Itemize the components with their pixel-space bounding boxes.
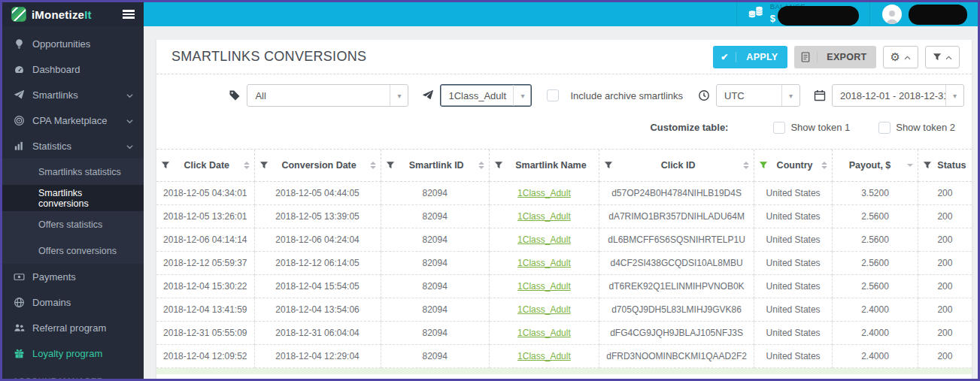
export-button-label: EXPORT — [818, 52, 875, 62]
sidebar-item-referral-program[interactable]: Referral program — [2, 315, 144, 340]
smartlink-select[interactable]: 1Class_Adult ▾ — [440, 84, 532, 107]
file-icon — [794, 52, 818, 62]
cell-smartlink-name: 1Class_Adult — [489, 251, 599, 274]
column-header-status[interactable]: Status — [918, 150, 972, 181]
sort-icon[interactable] — [821, 162, 827, 169]
sidebar-label: Referral program — [32, 322, 106, 334]
filter-funnel-icon[interactable] — [923, 161, 932, 170]
tags-select[interactable]: All ▾ — [247, 84, 408, 107]
filters-toggle-button[interactable] — [925, 46, 960, 68]
sidebar-item-cpa-marketplace[interactable]: CPA Marketplace — [2, 107, 144, 133]
sort-icon[interactable] — [370, 162, 376, 169]
show-token2-checkbox[interactable] — [878, 122, 890, 134]
cell-conversion-date: 2018-12-05 13:39:05 — [254, 204, 381, 228]
globe-icon — [13, 296, 25, 308]
sidebar-item-statistics[interactable]: Statistics — [2, 133, 144, 159]
chevron-down-icon — [126, 141, 133, 152]
chevron-down-icon: ▾ — [945, 85, 963, 106]
smartlink-link[interactable]: 1Class_Adult — [517, 328, 571, 338]
export-button[interactable]: EXPORT — [794, 46, 875, 68]
cell-payout: 2.5600 — [833, 274, 918, 298]
column-header-click-date[interactable]: Click Date — [156, 150, 254, 181]
sidebar-item-offers-conversions[interactable]: Offers conversions — [2, 237, 144, 264]
header-actions: ✔ APPLY EXPORT ⚙ — [713, 46, 960, 68]
filter-funnel-icon[interactable] — [161, 161, 170, 170]
column-header-conversion-date[interactable]: Conversion Date — [254, 150, 381, 181]
sidebar-item-domains[interactable]: Domains — [2, 289, 144, 315]
filter-funnel-icon[interactable] — [259, 161, 269, 170]
cell-smartlink-name: 1Class_Adult — [489, 298, 599, 321]
column-header-click-id[interactable]: Click ID — [599, 150, 754, 181]
redacted-username — [909, 5, 967, 25]
sidebar-item-smartlinks-conversions[interactable]: Smartlinks conversions — [2, 185, 144, 211]
show-token1-checkbox[interactable] — [773, 122, 785, 134]
cell-payout: 2.4000 — [833, 321, 918, 344]
sort-icon[interactable] — [244, 162, 250, 169]
page-title: SMARTLINKS CONVERSIONS — [171, 49, 366, 65]
filter-funnel-icon[interactable] — [604, 161, 613, 170]
cell-click-date: 2018-12-31 05:55:09 — [156, 321, 254, 344]
cell-smartlink-id: 82094 — [381, 204, 489, 228]
archive-checkbox[interactable] — [547, 89, 559, 101]
sidebar-item-payments[interactable]: Payments — [2, 264, 144, 289]
conversions-table: Click Date Conversion Date Smartlink ID — [156, 150, 972, 368]
smartlink-link[interactable]: 1Class_Adult — [517, 304, 571, 315]
sidebar-item-opportunities[interactable]: Opportunities — [2, 31, 144, 56]
sidebar-item-smartlinks[interactable]: Smartlinks — [2, 82, 144, 107]
sort-icon[interactable] — [743, 162, 749, 169]
redacted-balance-value — [778, 6, 859, 26]
cell-payout: 2.4000 — [833, 344, 918, 367]
filter-funnel-icon-active[interactable] — [759, 161, 768, 170]
topbar: BALANCE $ — [144, 2, 978, 26]
sort-desc-icon[interactable] — [907, 164, 913, 167]
user-menu[interactable] — [869, 2, 978, 26]
sidebar-label: Smartlinks — [32, 89, 78, 101]
sidebar-toggle-icon[interactable] — [123, 10, 135, 19]
smartlink-link[interactable]: 1Class_Adult — [517, 351, 571, 361]
conversions-card: SMARTLINKS CONVERSIONS ✔ APPLY EXPORT ⚙ — [156, 40, 972, 381]
brand-name[interactable]: iMonetizeIt — [32, 8, 92, 21]
sidebar-menu: Opportunities Dashboard Smartlinks CPA M… — [2, 26, 144, 381]
smartlink-link[interactable]: 1Class_Adult — [517, 211, 571, 222]
cell-conversion-date: 2018-12-05 04:44:05 — [254, 181, 381, 204]
clock-icon — [698, 89, 710, 101]
column-header-smartlink-id[interactable]: Smartlink ID — [381, 150, 489, 181]
filter-funnel-icon[interactable] — [386, 161, 395, 170]
smartlink-link[interactable]: 1Class_Adult — [517, 281, 571, 292]
sidebar-label: Domains — [32, 297, 71, 308]
sidebar-item-loyalty-program[interactable]: Loyalty program — [2, 340, 144, 366]
smartlink-link[interactable]: 1Class_Adult — [517, 234, 571, 245]
cell-payout: 2.4000 — [833, 298, 918, 321]
sort-icon[interactable] — [478, 162, 484, 169]
tag-icon — [229, 89, 241, 101]
column-header-smartlink-name[interactable]: Smartlink Name — [489, 150, 599, 181]
daterange-select[interactable]: 2018-12-01 - 2018-12-31 ▾ — [832, 84, 964, 107]
cell-payout: 2.5600 — [833, 204, 918, 228]
apply-button[interactable]: ✔ APPLY — [713, 46, 787, 68]
cell-click-id: d705QJ9DH5L83LMIHJ9GVK86 — [599, 298, 754, 321]
cell-smartlink-id: 82094 — [381, 274, 489, 298]
funnel-icon — [933, 53, 942, 62]
sidebar-item-dashboard[interactable]: Dashboard — [2, 56, 144, 82]
balance-widget[interactable]: BALANCE $ — [736, 2, 869, 26]
sidebar-label: Smartlinks conversions — [38, 188, 133, 209]
sidebar-label: Loyalty program — [32, 348, 102, 359]
cell-smartlink-id: 82094 — [381, 228, 489, 251]
sidebar-label: Statistics — [32, 141, 71, 152]
sidebar-label: Offers conversions — [38, 246, 117, 256]
cell-conversion-date: 2018-12-06 04:24:04 — [254, 228, 381, 251]
timezone-select[interactable]: UTC ▾ — [716, 84, 800, 107]
column-header-payout[interactable]: Payout, $ — [833, 150, 918, 181]
sidebar-item-smartlinks-statistics[interactable]: Smartlinks statistics — [2, 159, 144, 185]
smartlink-link[interactable]: 1Class_Adult — [517, 188, 571, 198]
brand-logo-icon — [11, 7, 26, 22]
smartlink-link[interactable]: 1Class_Adult — [517, 258, 571, 268]
cell-click-id: d4CF2SI438GCQDSI10AL8MBU — [599, 251, 754, 274]
table-settings-button[interactable]: ⚙ — [883, 46, 918, 68]
totals-row-partial — [156, 368, 972, 374]
cell-payout: 2.5600 — [833, 228, 918, 251]
cell-smartlink-id: 82094 — [381, 181, 489, 204]
filter-funnel-icon[interactable] — [494, 161, 503, 170]
column-header-country[interactable]: Country — [754, 150, 833, 181]
sidebar-item-offers-statistics[interactable]: Offers statistics — [2, 211, 144, 237]
